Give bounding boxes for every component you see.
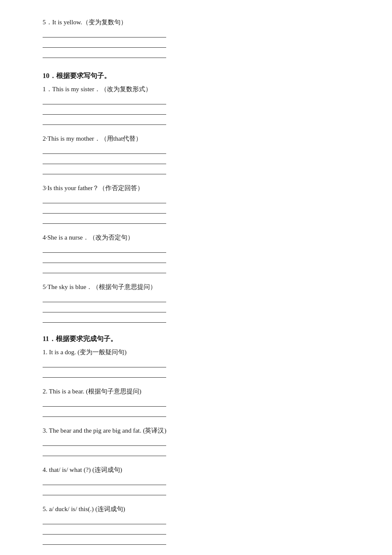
question-item-5-top: 5．It is yellow.（变为复数句） [43, 17, 349, 58]
section-10-title: 10．根据要求写句子。 [43, 72, 349, 81]
s11-q3-text: 3. The bear and the pig are big and fat.… [43, 425, 349, 436]
answer-line[interactable] [43, 409, 166, 417]
section-11-title: 11．根据要求完成句子。 [43, 335, 349, 344]
answer-line[interactable] [43, 216, 166, 224]
answer-line[interactable] [43, 206, 166, 214]
answer-lines [43, 30, 349, 58]
s11-q5-text: 5. a/ duck/ is/ this(.) (连词成句) [43, 504, 349, 514]
s11-item-4: 4. that/ is/ what (?) (连词成句) [43, 465, 349, 495]
s10-q1-text: 1．This is my sister．（改为复数形式） [43, 84, 349, 94]
answer-line[interactable] [43, 146, 166, 154]
answer-line[interactable] [43, 245, 166, 253]
s11-item-1: 1. It is a dog. (变为一般疑问句) [43, 347, 349, 378]
s10-q3-lines [43, 196, 349, 224]
answer-line[interactable] [43, 537, 166, 545]
s10-item-3: 3·Is this your father？（作否定回答） [43, 183, 349, 224]
answer-line[interactable] [43, 255, 166, 263]
s11-q3-lines [43, 438, 349, 456]
s10-item-2: 2·This is my mother．（用that代替） [43, 133, 349, 174]
answer-line[interactable] [43, 117, 166, 125]
s10-q4-text: 4·She is a nurse．（改为否定句） [43, 232, 349, 243]
answer-line[interactable] [43, 399, 166, 407]
s11-q2-lines [43, 399, 349, 417]
s11-q5-lines [43, 517, 349, 545]
s10-q2-lines [43, 146, 349, 174]
answer-line[interactable] [43, 97, 166, 104]
s11-q4-lines [43, 477, 349, 495]
s11-q1-lines [43, 360, 349, 378]
s10-item-1: 1．This is my sister．（改为复数形式） [43, 84, 349, 125]
answer-line[interactable] [43, 156, 166, 164]
s11-q2-text: 2. This is a bear. (根据句子意思提问) [43, 386, 349, 396]
answer-line[interactable] [43, 315, 166, 323]
answer-line-3[interactable] [43, 50, 166, 58]
answer-line[interactable] [43, 527, 166, 535]
answer-line[interactable] [43, 266, 166, 273]
s10-q3-text: 3·Is this your father？（作否定回答） [43, 183, 349, 193]
answer-line[interactable] [43, 370, 166, 378]
answer-line[interactable] [43, 517, 166, 524]
s11-q1-text: 1. It is a dog. (变为一般疑问句) [43, 347, 349, 357]
answer-line[interactable] [43, 477, 166, 485]
section-10: 10．根据要求写句子。 1．This is my sister．（改为复数形式）… [43, 72, 349, 323]
answer-line[interactable] [43, 360, 166, 367]
answer-line[interactable] [43, 295, 166, 302]
s10-item-5: 5·The sky is blue．（根据句子意思提问） [43, 282, 349, 323]
answer-line[interactable] [43, 448, 166, 456]
s11-item-5: 5. a/ duck/ is/ this(.) (连词成句) [43, 504, 349, 545]
answer-line[interactable] [43, 305, 166, 312]
s10-item-4: 4·She is a nurse．（改为否定句） [43, 232, 349, 273]
s11-q4-text: 4. that/ is/ what (?) (连词成句) [43, 465, 349, 475]
s10-q1-lines [43, 97, 349, 125]
answer-line[interactable] [43, 438, 166, 446]
answer-line[interactable] [43, 107, 166, 115]
answer-line-1[interactable] [43, 30, 166, 38]
s10-q5-lines [43, 295, 349, 323]
answer-line[interactable] [43, 488, 166, 495]
s10-q5-text: 5·The sky is blue．（根据句子意思提问） [43, 282, 349, 292]
s10-q2-text: 2·This is my mother．（用that代替） [43, 133, 349, 144]
answer-line[interactable] [43, 167, 166, 174]
answer-line-2[interactable] [43, 40, 166, 48]
s11-item-2: 2. This is a bear. (根据句子意思提问) [43, 386, 349, 417]
s10-q4-lines [43, 245, 349, 273]
answer-line[interactable] [43, 196, 166, 203]
section-top: 5．It is yellow.（变为复数句） [43, 17, 349, 58]
section-11: 11．根据要求完成句子。 1. It is a dog. (变为一般疑问句) 2… [43, 335, 349, 545]
s11-item-3: 3. The bear and the pig are big and fat.… [43, 425, 349, 456]
question-text: 5．It is yellow.（变为复数句） [43, 17, 349, 27]
